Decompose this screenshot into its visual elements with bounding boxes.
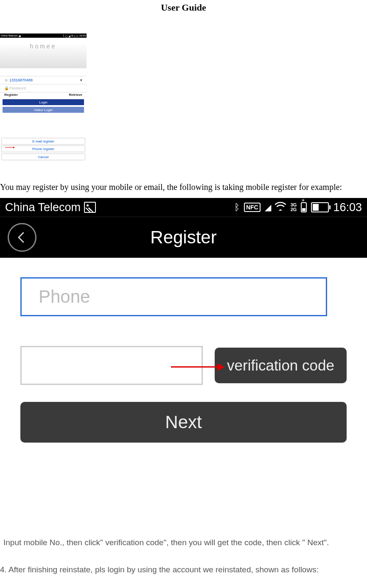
visitor-login-button[interactable]: Visitor Login [3,107,84,113]
bluetooth-icon: ᛒ [234,202,240,213]
nfc-icon: ◻ [65,34,67,37]
login-screenshot: China Telecom ▣ ᛒ ◻ ◢ ⧉ ▯ ▭ 16:03 homee … [0,33,87,162]
header-gradient: homee [0,43,87,68]
image-icon: ▣ [19,34,21,37]
register-screenshot: China Telecom ᛒ NFC ◢ 3G 2G 16:03 Regist… [0,198,367,522]
signal-icon: ◢ [265,202,270,212]
navbar: Register [0,217,367,258]
wifi-icon: ⧉ [71,34,73,37]
nfc-icon: NFC [244,203,261,212]
wifi-icon [275,201,286,213]
register-link[interactable]: Register [4,93,18,97]
password-placeholder: Password [9,86,26,90]
network-type-label: 3G 2G [291,203,297,212]
caret-down-icon[interactable]: ▾ [80,78,82,82]
phone-register-label: Phone register [32,147,54,151]
statusbar-small: China Telecom ▣ ᛒ ◻ ◢ ⧉ ▯ ▭ 16:03 [0,33,87,38]
time-label: 16:03 [333,201,362,214]
next-button[interactable]: Next [20,402,347,443]
phone-placeholder: Phone [39,287,90,307]
person-icon: ☺ [4,78,9,82]
signal-icon: ◢ [68,34,70,37]
bluetooth-icon: ᛒ [63,34,64,37]
back-button[interactable] [8,223,36,252]
battery-icon: ▭ [76,34,78,37]
step-4-text: 4. After finishing reinstate, pls login … [0,565,367,574]
phone-input[interactable]: Phone [20,277,327,316]
verification-code-input[interactable] [20,346,203,385]
carrier-label: China Telecom [1,34,18,37]
email-register-option[interactable]: E-mail register [1,138,85,145]
app-logo: homee [0,43,87,50]
login-button[interactable]: Login [3,99,84,105]
page-title: User Guide [0,2,367,13]
retrieve-link[interactable]: Retrieve [69,93,82,97]
verification-code-button[interactable]: verification code [215,348,347,383]
password-field-row[interactable]: 🔒 Password [0,84,87,92]
brightness-icon: ▯ [74,34,75,37]
action-sheet: E-mail register Phone register Cancel [1,138,85,161]
time-label: 16:03 [79,34,86,37]
statusbar-large: China Telecom ᛒ NFC ◢ 3G 2G 16:03 [0,198,367,217]
brightness-icon [301,202,307,212]
cancel-option[interactable]: Cancel [1,153,85,160]
phone-value: 13316870488 [9,78,33,82]
battery-icon [311,202,329,212]
annotation-arrow-icon [171,366,219,368]
annotation-arrow-icon [5,147,14,148]
lock-icon: 🔒 [4,86,9,90]
phone-field-row[interactable]: ☺ 13316870488 ▾ [0,76,87,84]
phone-register-option[interactable]: Phone register [1,145,85,152]
carrier-label: China Telecom [5,201,81,214]
navbar-title: Register [150,227,216,248]
screenshot-caption: Input mobile No., then click" verificati… [3,538,367,547]
image-icon [84,202,96,213]
paragraph-register-intro: You may register by using your mobile or… [0,178,367,195]
